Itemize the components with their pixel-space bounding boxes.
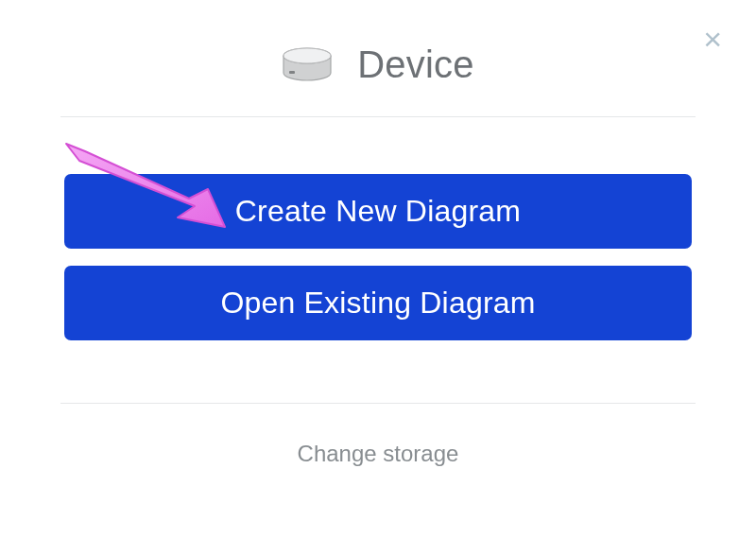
modal-footer: Change storage [0, 404, 756, 468]
open-existing-diagram-button[interactable]: Open Existing Diagram [64, 266, 692, 340]
close-icon: × [703, 21, 722, 57]
modal-header: Device [0, 0, 756, 116]
drive-icon [282, 46, 333, 84]
button-stack: Create New Diagram Open Existing Diagram [0, 117, 756, 340]
change-storage-link[interactable]: Change storage [292, 440, 465, 468]
create-new-diagram-button[interactable]: Create New Diagram [64, 174, 692, 249]
svg-rect-2 [289, 71, 295, 74]
close-button[interactable]: × [703, 23, 722, 55]
storage-modal: × Device Create New Diagram Open Existin… [0, 0, 756, 538]
modal-title: Device [357, 43, 473, 86]
svg-point-1 [284, 48, 331, 63]
